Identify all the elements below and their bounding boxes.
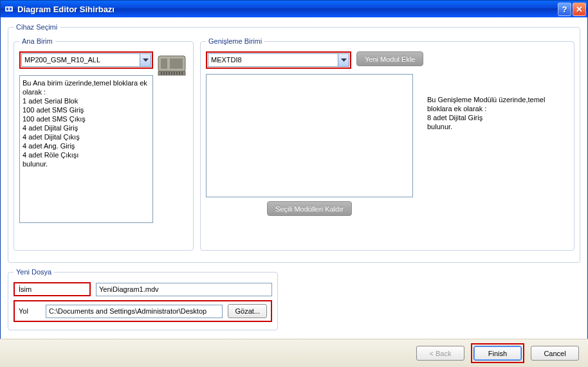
- expansion-unit-group: Genişleme Birimi MEXTDI8: [200, 37, 574, 251]
- wizard-button-bar: < Back Finish Cancel: [0, 339, 588, 367]
- expansion-module-list[interactable]: [206, 74, 413, 197]
- expansion-unit-legend: Genişleme Birimi: [206, 37, 264, 45]
- svg-rect-12: [174, 72, 175, 75]
- name-field[interactable]: [96, 283, 272, 296]
- back-button[interactable]: < Back: [416, 346, 464, 361]
- browse-button[interactable]: Gözat...: [228, 304, 267, 318]
- svg-rect-4: [161, 58, 167, 69]
- device-image: [157, 51, 188, 245]
- titlebar: Diagram Editor Sihirbazı ? ✕: [1, 1, 587, 17]
- svg-rect-0: [5, 6, 13, 12]
- main-unit-selected: MP200_GSM_R10_ALL: [24, 56, 100, 64]
- path-field[interactable]: [46, 305, 223, 318]
- cancel-button[interactable]: Cancel: [531, 346, 579, 361]
- new-file-group: Yeni DosyaİsimYolGözat...: [8, 268, 278, 330]
- wizard-window: Diagram Editor Sihirbazı ? ✕ Cihaz Seçim…: [0, 0, 588, 367]
- finish-highlight: Finish: [471, 343, 524, 363]
- main-unit-description: Bu Ana birim üzerinde,temel bloklara ek …: [19, 75, 153, 223]
- svg-rect-10: [169, 72, 170, 75]
- name-row-highlight: İsim: [14, 282, 91, 296]
- client-area: Cihaz Seçimi Ana Birim MP200_GSM_R10_ALL: [0, 17, 588, 367]
- svg-rect-8: [163, 72, 165, 75]
- svg-rect-5: [170, 58, 183, 69]
- expansion-unit-selected: MEXTDI8: [211, 56, 242, 64]
- new-file-legend: Yeni Dosya: [14, 268, 54, 276]
- name-label: İsim: [19, 285, 41, 293]
- help-icon: ?: [562, 5, 567, 13]
- svg-rect-7: [161, 72, 162, 75]
- svg-rect-15: [181, 72, 183, 75]
- close-icon: ✕: [576, 5, 583, 13]
- main-unit-select-highlight: MP200_GSM_R10_ALL: [19, 51, 153, 69]
- remove-modules-button[interactable]: Seçili Modülleri Kaldır: [267, 201, 352, 216]
- svg-rect-13: [176, 72, 178, 75]
- main-unit-legend: Ana Birim: [19, 37, 55, 45]
- expansion-unit-select[interactable]: MEXTDI8: [208, 53, 349, 67]
- main-unit-select[interactable]: MP200_GSM_R10_ALL: [21, 53, 151, 67]
- svg-rect-14: [179, 72, 180, 75]
- finish-button[interactable]: Finish: [473, 346, 522, 361]
- chevron-down-icon: [140, 54, 151, 66]
- chevron-down-icon: [338, 54, 349, 66]
- app-icon: [5, 4, 14, 13]
- add-module-button[interactable]: Yeni Modul Ekle: [356, 51, 423, 66]
- main-unit-group: Ana Birim MP200_GSM_R10_ALL: [14, 37, 194, 251]
- svg-rect-11: [171, 72, 172, 75]
- close-button[interactable]: ✕: [573, 3, 586, 16]
- device-selection-group: Cihaz Seçimi Ana Birim MP200_GSM_R10_ALL: [8, 23, 580, 263]
- window-title: Diagram Editor Sihirbazı: [17, 4, 115, 14]
- device-selection-legend: Cihaz Seçimi: [14, 23, 60, 31]
- svg-rect-2: [10, 8, 12, 10]
- help-button[interactable]: ?: [558, 3, 571, 16]
- path-label: Yol: [19, 307, 41, 315]
- expansion-unit-description: Bu Genişleme Modülü üzerinde,temel blokl…: [427, 95, 566, 131]
- svg-rect-9: [166, 72, 167, 75]
- path-row-highlight: YolGözat...: [14, 300, 272, 322]
- svg-rect-1: [6, 8, 8, 10]
- expansion-select-highlight: MEXTDI8: [206, 51, 351, 69]
